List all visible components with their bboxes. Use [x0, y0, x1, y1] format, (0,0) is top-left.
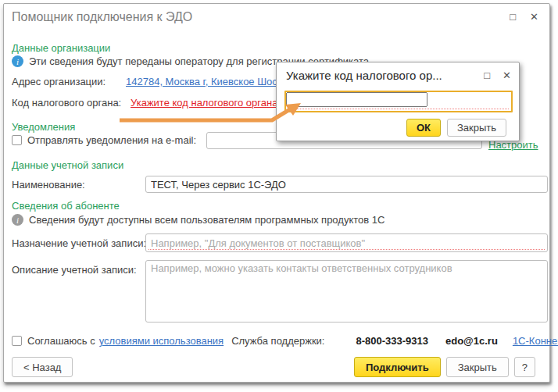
help-button[interactable]: ? [514, 357, 535, 377]
name-label: Наименование: [12, 179, 85, 191]
required-field-marker [288, 109, 509, 109]
close-button[interactable]: Закрыть [446, 357, 509, 377]
description-label: Описание учетной записи: [12, 264, 137, 276]
terms-link[interactable]: условиями использования [99, 335, 224, 347]
agree-text: Соглашаюсь с [27, 335, 95, 347]
popup-maximize-icon[interactable]: □ [484, 70, 490, 81]
address-label: Адрес организации: [12, 76, 126, 87]
support-phone: 8-800-333-9313 [356, 335, 428, 347]
info-icon: i [12, 55, 23, 67]
info-icon: i [12, 214, 23, 226]
address-link[interactable]: 142784, Москва г, Киевское Шос [126, 76, 277, 87]
support-email: edo@1c.ru [445, 335, 498, 347]
agree-terms-checkbox[interactable] [12, 336, 22, 346]
popup-close-icon[interactable]: ✕ [503, 70, 511, 81]
purpose-field-wrap [145, 233, 548, 252]
page-title: Помощник подключения к ЭДО [12, 10, 192, 24]
description-field-wrap [145, 260, 548, 323]
tax-code-popup: Укажите код налогового ор... □ ✕ ОК Закр… [276, 62, 520, 141]
popup-ok-button[interactable]: ОК [406, 119, 441, 137]
popup-field-wrap [284, 91, 513, 112]
support-label: Служба поддержки: [231, 335, 324, 347]
tax-code-label: Код налогового органа: [12, 97, 131, 109]
subscriber-section-header: Сведения об абоненте [12, 200, 120, 212]
connect-button[interactable]: Подключить [354, 357, 441, 377]
maximize-icon[interactable]: □ [510, 12, 516, 23]
purpose-label: Назначение учетной записи: [12, 237, 146, 249]
1c-connect-link[interactable]: 1С-Коннект [513, 335, 558, 347]
org-section-header: Данные организации [12, 42, 110, 54]
close-icon[interactable]: ✕ [530, 12, 538, 23]
account-name-input[interactable] [146, 176, 547, 192]
account-description-textarea[interactable] [146, 261, 547, 322]
edo-assistant-window: Помощник подключения к ЭДО □ ✕ Данные ор… [3, 3, 550, 383]
popup-title: Укажите код налогового ор... [286, 69, 442, 82]
notifications-section-header: Уведомления [12, 121, 75, 133]
tax-code-link[interactable]: Укажите код налогового органа [131, 97, 277, 109]
email-checkbox-label: Отправлять уведомления на e-mail: [27, 134, 196, 146]
tax-code-input[interactable] [286, 92, 427, 107]
subscriber-info-text: Сведения будут доступны всем пользовател… [29, 214, 385, 226]
name-field-wrap [145, 176, 548, 193]
email-notifications-checkbox[interactable] [12, 135, 22, 145]
popup-close-button[interactable]: Закрыть [447, 119, 506, 137]
account-section-header: Данные учетной записи [12, 159, 123, 171]
screen: Помощник подключения к ЭДО □ ✕ Данные ор… [0, 0, 558, 392]
account-purpose-input[interactable] [146, 234, 547, 251]
back-button[interactable]: < Назад [12, 357, 73, 377]
